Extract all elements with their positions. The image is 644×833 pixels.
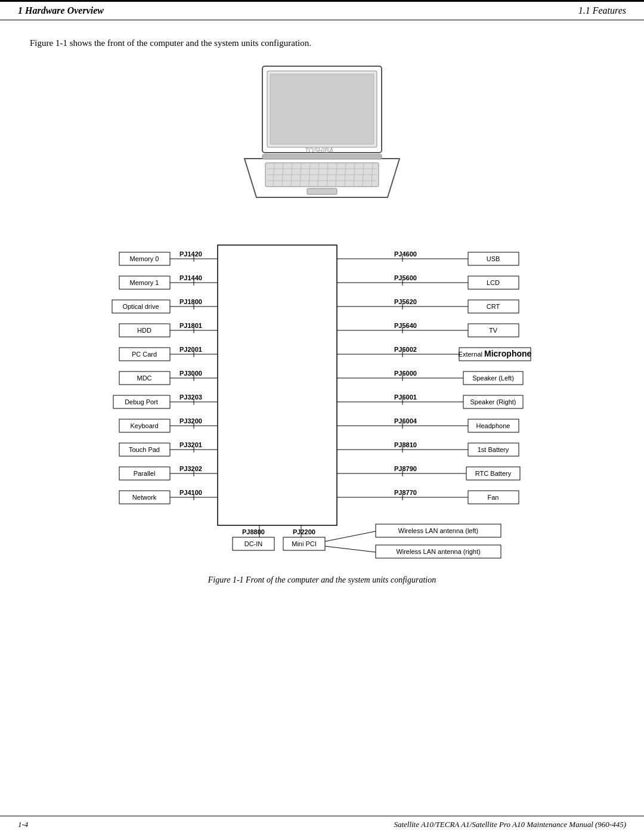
- svg-text:Network: Network: [132, 494, 157, 501]
- laptop-svg: TOSHIBA: [215, 60, 429, 215]
- footer-document-title: Satellite A10/TECRA A1/Satellite Pro A10…: [394, 820, 626, 829]
- svg-text:DC-IN: DC-IN: [244, 540, 263, 547]
- svg-text:Wireless LAN antenna (left): Wireless LAN antenna (left): [398, 527, 479, 534]
- section-title: 1.1 Features: [578, 5, 626, 16]
- svg-text:Speaker (Left): Speaker (Left): [472, 374, 514, 382]
- svg-text:PJ6001: PJ6001: [394, 394, 417, 401]
- svg-text:PJ6004: PJ6004: [394, 417, 417, 425]
- footer-page-number: 1-4: [18, 820, 28, 829]
- svg-text:PJ8810: PJ8810: [394, 441, 417, 448]
- svg-text:Parallel: Parallel: [134, 470, 156, 477]
- svg-text:HDD: HDD: [137, 327, 151, 334]
- svg-text:PJ4600: PJ4600: [394, 250, 417, 258]
- svg-text:Memory 0: Memory 0: [130, 255, 159, 262]
- svg-text:PJ5640: PJ5640: [394, 322, 417, 329]
- svg-text:PJ6000: PJ6000: [394, 370, 417, 377]
- svg-text:Touch Pad: Touch Pad: [129, 446, 160, 453]
- svg-text:LCD: LCD: [487, 279, 500, 286]
- block-diagram: Memory 0 PJ1420 Memory 1 PJ1440 Optical …: [101, 227, 543, 563]
- svg-rect-20: [307, 188, 337, 194]
- svg-text:External Microphone: External Microphone: [459, 349, 532, 358]
- svg-text:PJ8770: PJ8770: [394, 489, 417, 496]
- svg-text:PJ1440: PJ1440: [179, 274, 202, 281]
- svg-text:CRT: CRT: [487, 303, 500, 310]
- figure-caption: Figure 1-1 Front of the computer and the…: [30, 575, 614, 585]
- svg-text:Keyboard: Keyboard: [130, 422, 158, 429]
- svg-text:PJ8800: PJ8800: [242, 528, 265, 535]
- svg-text:PJ3000: PJ3000: [179, 370, 202, 377]
- page-content: Figure 1-1 shows the front of the comput…: [0, 20, 644, 597]
- svg-line-120: [325, 546, 376, 552]
- svg-text:PJ3202: PJ3202: [179, 465, 202, 472]
- svg-rect-22: [218, 245, 337, 525]
- svg-line-119: [325, 531, 376, 541]
- svg-text:Speaker (Right): Speaker (Right): [470, 398, 516, 405]
- svg-text:TOSHIBA: TOSHIBA: [305, 147, 333, 154]
- svg-text:PJ2001: PJ2001: [179, 346, 202, 353]
- svg-text:TV: TV: [489, 327, 498, 334]
- svg-text:PJ6002: PJ6002: [394, 346, 417, 353]
- svg-text:Headphone: Headphone: [476, 422, 510, 429]
- svg-text:PJ3200: PJ3200: [179, 417, 202, 425]
- svg-text:PJ5600: PJ5600: [394, 274, 417, 281]
- svg-text:Fan: Fan: [488, 494, 499, 501]
- svg-rect-21: [262, 154, 382, 159]
- svg-text:Optical drive: Optical drive: [122, 303, 159, 310]
- page-header: 1 Hardware Overview 1.1 Features: [0, 0, 644, 20]
- svg-text:1st Battery: 1st Battery: [478, 446, 509, 453]
- svg-text:PJ1420: PJ1420: [179, 250, 202, 258]
- svg-text:PJ4100: PJ4100: [179, 489, 202, 496]
- svg-text:RTC Battery: RTC Battery: [475, 470, 512, 477]
- diagram-svg: Memory 0 PJ1420 Memory 1 PJ1440 Optical …: [101, 227, 543, 561]
- svg-text:PJ3203: PJ3203: [179, 394, 202, 401]
- svg-text:PJ2200: PJ2200: [293, 528, 315, 535]
- svg-text:PJ5620: PJ5620: [394, 298, 417, 305]
- laptop-illustration: TOSHIBA: [30, 60, 614, 215]
- chapter-title: 1 Hardware Overview: [18, 5, 104, 16]
- intro-paragraph: Figure 1-1 shows the front of the comput…: [30, 38, 614, 48]
- svg-text:PJ3201: PJ3201: [179, 441, 202, 448]
- svg-text:Memory 1: Memory 1: [130, 279, 159, 286]
- svg-text:Debug Port: Debug Port: [125, 398, 158, 405]
- page-footer: 1-4 Satellite A10/TECRA A1/Satellite Pro…: [0, 816, 644, 833]
- svg-text:PC Card: PC Card: [132, 351, 157, 358]
- svg-text:Wireless LAN antenna (right): Wireless LAN antenna (right): [396, 548, 480, 555]
- svg-text:MDC: MDC: [137, 374, 151, 382]
- svg-text:Mini PCI: Mini PCI: [292, 540, 317, 547]
- svg-text:USB: USB: [487, 255, 500, 262]
- svg-text:PJ8790: PJ8790: [394, 465, 417, 472]
- svg-text:PJ1801: PJ1801: [179, 322, 202, 329]
- svg-rect-2: [270, 74, 374, 144]
- svg-text:PJ1800: PJ1800: [179, 298, 202, 305]
